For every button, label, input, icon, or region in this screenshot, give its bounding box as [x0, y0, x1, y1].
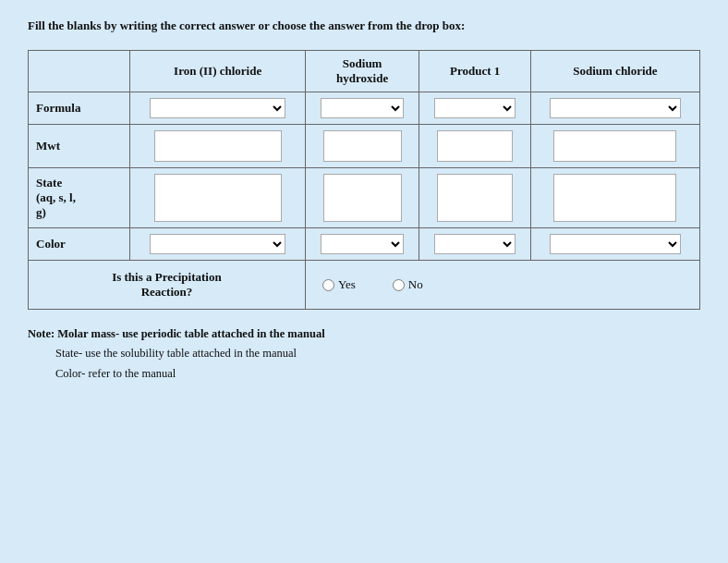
formula-sodium-chloride-cell: [530, 92, 699, 125]
state-sodium-chloride-cell: [530, 168, 699, 228]
state-product1-cell: [419, 168, 530, 228]
col-header-empty: [29, 51, 130, 92]
radio-yes[interactable]: [322, 279, 334, 291]
formula-product1-cell: [419, 92, 530, 125]
main-table-wrapper: Iron (II) chloride Sodiumhydroxide Produ…: [28, 50, 700, 310]
color-row: Color: [29, 228, 700, 261]
mwt-sodium-chloride-cell: [530, 125, 699, 168]
col-header-sodium-hydroxide: Sodiumhydroxide: [305, 51, 419, 92]
precipitation-label: Is this a PrecipitationReaction?: [29, 261, 306, 310]
color-sodium-hydroxide-select-wrap: [321, 234, 405, 254]
notes-section: Note: Molar mass- use periodic table att…: [28, 324, 700, 384]
radio-no[interactable]: [393, 279, 405, 291]
mwt-product1-input-box[interactable]: [437, 130, 514, 162]
state-iron-input-box[interactable]: [154, 174, 282, 222]
precipitation-answer-cell: Yes No: [305, 261, 699, 310]
mwt-iron-input-box[interactable]: [154, 130, 282, 162]
formula-sodium-chloride-select-wrap: [550, 98, 680, 118]
state-sodium-chloride-input-box[interactable]: [553, 174, 676, 222]
note-line-3: Color- refer to the manual: [28, 364, 700, 384]
radio-yes-label[interactable]: Yes: [322, 277, 356, 292]
mwt-sodium-hydroxide-input-box[interactable]: [323, 130, 402, 162]
mwt-sodium-hydroxide-cell: [305, 125, 419, 168]
chemistry-table: Iron (II) chloride Sodiumhydroxide Produ…: [28, 50, 700, 310]
formula-iron-cell: [130, 92, 305, 125]
formula-product1-select[interactable]: [434, 98, 516, 118]
color-label: Color: [29, 228, 130, 261]
formula-row: Formula: [29, 92, 700, 125]
color-product1-select-wrap: [434, 234, 516, 254]
formula-sodium-hydroxide-cell: [305, 92, 419, 125]
color-sodium-hydroxide-select[interactable]: [321, 234, 405, 254]
state-label: State(aq, s, l,g): [29, 168, 130, 228]
state-iron-cell: [130, 168, 305, 228]
color-product1-select[interactable]: [434, 234, 516, 254]
mwt-iron-cell: [130, 125, 305, 168]
color-sodium-hydroxide-cell: [305, 228, 419, 261]
mwt-sodium-chloride-input-box[interactable]: [553, 130, 676, 162]
state-sodium-hydroxide-input-box[interactable]: [323, 174, 402, 222]
formula-iron-select-wrap: [150, 98, 285, 118]
formula-sodium-hydroxide-select[interactable]: [321, 98, 405, 118]
col-header-sodium-chloride: Sodium chloride: [530, 51, 699, 92]
mwt-row: Mwt: [29, 125, 700, 168]
precipitation-radio-group: Yes No: [313, 274, 692, 296]
instruction-text: Fill the blanks by writing the correct a…: [28, 18, 700, 33]
formula-iron-select[interactable]: [150, 98, 285, 118]
color-product1-cell: [419, 228, 530, 261]
note-line-1: Note: Molar mass- use periodic table att…: [28, 324, 700, 344]
radio-no-text: No: [408, 277, 423, 292]
state-sodium-hydroxide-cell: [305, 168, 419, 228]
formula-sodium-hydroxide-select-wrap: [321, 98, 405, 118]
state-row: State(aq, s, l,g): [29, 168, 700, 228]
color-iron-select[interactable]: [150, 234, 285, 254]
precipitation-row: Is this a PrecipitationReaction? Yes No: [29, 261, 700, 310]
state-product1-input-box[interactable]: [437, 174, 514, 222]
color-iron-select-wrap: [150, 234, 285, 254]
col-header-product1: Product 1: [419, 51, 530, 92]
formula-label: Formula: [29, 92, 130, 125]
color-iron-cell: [130, 228, 305, 261]
col-header-iron-chloride: Iron (II) chloride: [130, 51, 305, 92]
radio-yes-text: Yes: [338, 277, 356, 292]
color-sodium-chloride-cell: [530, 228, 699, 261]
formula-product1-select-wrap: [434, 98, 516, 118]
radio-no-label[interactable]: No: [393, 277, 423, 292]
color-sodium-chloride-select[interactable]: [550, 234, 680, 254]
color-sodium-chloride-select-wrap: [550, 234, 680, 254]
formula-sodium-chloride-select[interactable]: [550, 98, 680, 118]
note-line-2: State- use the solubility table attached…: [28, 344, 700, 363]
mwt-product1-cell: [419, 125, 530, 168]
mwt-label: Mwt: [29, 125, 130, 168]
table-header-row: Iron (II) chloride Sodiumhydroxide Produ…: [29, 51, 700, 92]
